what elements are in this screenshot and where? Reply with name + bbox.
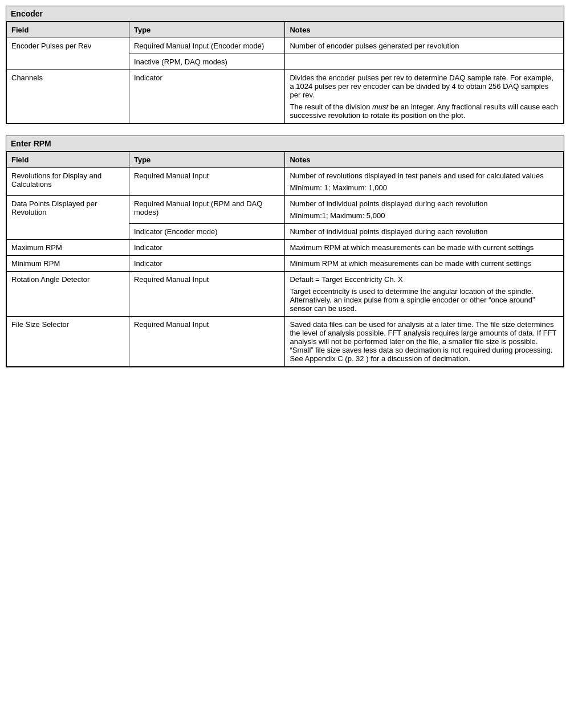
type-cell: Required Manual Input — [129, 168, 285, 196]
notes-cell: Divides the encoder pulses per rev to de… — [285, 70, 564, 124]
type-cell: Required Manual Input — [129, 272, 285, 317]
notes-cell: Minimum RPM at which measurements can be… — [285, 256, 564, 272]
notes-cell: Saved data files can be used for analysi… — [285, 317, 564, 367]
encoder-header-type: Type — [129, 22, 285, 38]
type-cell: Indicator — [129, 70, 285, 124]
table-row: ChannelsIndicatorDivides the encoder pul… — [7, 70, 564, 124]
enter-rpm-table: Field Type Notes Revolutions for Display… — [6, 152, 564, 367]
notes-cell: Number of individual points displayed du… — [285, 224, 564, 240]
notes-cell: Number of encoder pulses generated per r… — [285, 38, 564, 54]
notes-cell: Number of revolutions displayed in test … — [285, 168, 564, 196]
type-cell: Indicator — [129, 240, 285, 256]
type-cell: Indicator (Encoder mode) — [129, 224, 285, 240]
notes-cell: Number of individual points displayed du… — [285, 196, 564, 224]
type-cell: Indicator — [129, 256, 285, 272]
encoder-header-notes: Notes — [285, 22, 564, 38]
table-row: Revolutions for Display and Calculations… — [7, 168, 564, 196]
type-cell: Required Manual Input — [129, 317, 285, 367]
rpm-header-type: Type — [129, 152, 285, 168]
field-cell: Data Points Displayed per Revolution — [7, 196, 129, 240]
enter-rpm-section-title: Enter RPM — [6, 136, 564, 152]
field-cell: File Size Selector — [7, 317, 129, 367]
notes-cell: Default = Target Eccentricity Ch. XTarge… — [285, 272, 564, 317]
encoder-table: Field Type Notes Encoder Pulses per RevR… — [6, 22, 564, 124]
notes-cell: Maximum RPM at which measurements can be… — [285, 240, 564, 256]
field-cell: Rotation Angle Detector — [7, 272, 129, 317]
enter-rpm-section: Enter RPM Field Type Notes Revolutions f… — [6, 136, 564, 367]
table-row: Encoder Pulses per RevRequired Manual In… — [7, 38, 564, 54]
table-row: File Size SelectorRequired Manual InputS… — [7, 317, 564, 367]
field-cell: Minimum RPM — [7, 256, 129, 272]
notes-cell — [285, 54, 564, 70]
table-row: Maximum RPMIndicatorMaximum RPM at which… — [7, 240, 564, 256]
field-cell: Encoder Pulses per Rev — [7, 38, 129, 70]
table-row: Minimum RPMIndicatorMinimum RPM at which… — [7, 256, 564, 272]
field-cell: Revolutions for Display and Calculations — [7, 168, 129, 196]
rpm-header-field: Field — [7, 152, 129, 168]
encoder-section: Encoder Field Type Notes Encoder Pulses … — [6, 6, 564, 124]
table-row: Data Points Displayed per RevolutionRequ… — [7, 196, 564, 224]
field-cell: Channels — [7, 70, 129, 124]
encoder-header-field: Field — [7, 22, 129, 38]
field-cell: Maximum RPM — [7, 240, 129, 256]
rpm-header-notes: Notes — [285, 152, 564, 168]
type-cell: Required Manual Input (RPM and DAQ modes… — [129, 196, 285, 224]
type-cell: Inactive (RPM, DAQ modes) — [129, 54, 285, 70]
encoder-section-title: Encoder — [6, 6, 564, 22]
table-row: Rotation Angle DetectorRequired Manual I… — [7, 272, 564, 317]
type-cell: Required Manual Input (Encoder mode) — [129, 38, 285, 54]
